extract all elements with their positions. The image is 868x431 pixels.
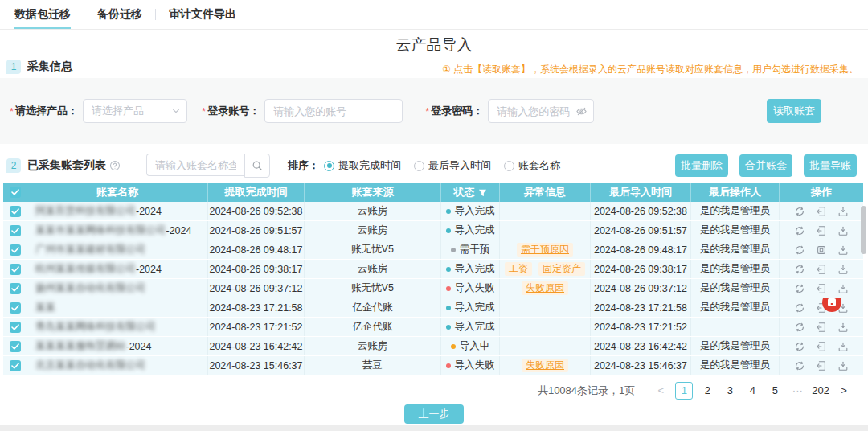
exception-tag[interactable]: 固定资产 xyxy=(538,262,585,276)
sync-icon[interactable] xyxy=(794,360,805,371)
search-input[interactable] xyxy=(146,154,244,176)
page-number-1[interactable]: 1 xyxy=(675,382,693,400)
next-page-arrow[interactable]: > xyxy=(836,382,852,400)
operation-cell xyxy=(780,221,863,240)
prev-page-arrow[interactable]: < xyxy=(653,382,669,400)
reimport-icon[interactable] xyxy=(816,206,827,217)
reimport-icon[interactable] xyxy=(816,264,827,275)
tab-3[interactable]: 审计文件导出 xyxy=(169,0,236,29)
account-name-redacted: 扬州某某自动化有限公司 xyxy=(35,281,146,295)
checkbox-cell xyxy=(3,279,27,298)
sort-option-label: 最后导入时间 xyxy=(428,158,491,173)
operation-cell xyxy=(780,279,863,298)
vertical-scrollbar[interactable] xyxy=(861,206,866,254)
download-icon[interactable] xyxy=(837,360,849,371)
extract-time-cell: 2024-08-26 09:51:57 xyxy=(208,221,305,240)
page-number-5[interactable]: 5 xyxy=(767,382,783,400)
sync-icon[interactable] xyxy=(794,302,805,314)
account-name-redacted: 广州市某某建材有限公司 xyxy=(35,243,146,257)
filter-icon[interactable] xyxy=(478,188,487,197)
operator-cell: 是的我是管理员 xyxy=(691,240,780,259)
detail-icon[interactable] xyxy=(816,244,827,256)
extract-time-cell: 2024-08-26 09:52:38 xyxy=(208,202,305,220)
batch-delete-button[interactable]: 批量删除 xyxy=(675,154,728,177)
page-number-3[interactable]: 3 xyxy=(722,382,738,400)
page-number-4[interactable]: 4 xyxy=(744,382,760,400)
tab-2[interactable]: 备份迁移 xyxy=(97,0,142,29)
exception-tag[interactable]: 失败原因 xyxy=(522,359,568,372)
row-checkbox[interactable] xyxy=(10,341,21,352)
account-input[interactable] xyxy=(264,99,403,123)
previous-step-button[interactable]: 上一步 xyxy=(404,404,464,424)
sync-icon[interactable] xyxy=(794,283,805,294)
batch-import-button[interactable]: 批量导账 xyxy=(804,154,857,177)
read-accounts-button[interactable]: 读取账套 xyxy=(767,99,821,123)
checkbox-cell xyxy=(3,260,27,278)
pagination: 共10084条记录，1页 <12345···202> xyxy=(0,380,868,401)
reimport-icon[interactable] xyxy=(816,322,827,333)
collect-hint-text: ① 点击【读取账套】，系统会根据录入的云产品账号读取对应账套信息，用户勾选进行数… xyxy=(442,63,858,76)
product-select[interactable]: 请选择产品 xyxy=(83,99,187,123)
help-icon[interactable] xyxy=(109,160,121,171)
reimport-icon[interactable] xyxy=(816,283,827,294)
checkbox-cell xyxy=(3,240,27,259)
account-name-cell: 北京某某自动化有限公司 xyxy=(27,356,208,375)
row-checkbox[interactable] xyxy=(10,283,21,294)
download-icon[interactable] xyxy=(837,322,849,333)
status-cell: 导入完成 xyxy=(441,260,500,278)
checkbox-cell xyxy=(3,318,27,336)
status-dot xyxy=(446,306,451,310)
account-name-cell: 广州市某某建材有限公司 xyxy=(27,240,208,259)
download-icon[interactable] xyxy=(837,264,849,275)
search-button[interactable] xyxy=(244,154,270,178)
account-name-suffix: -2024 xyxy=(136,206,162,217)
reimport-icon[interactable] xyxy=(816,360,827,371)
sort-option-1[interactable]: 提取完成时间 xyxy=(324,158,401,173)
sync-icon[interactable] xyxy=(794,206,805,217)
extract-time-cell: 2024-08-23 17:21:58 xyxy=(208,298,305,317)
exception-tag[interactable]: 工资 xyxy=(505,262,532,276)
download-icon[interactable] xyxy=(837,225,849,236)
page-number-202[interactable]: 202 xyxy=(812,382,829,400)
sync-icon[interactable] xyxy=(794,244,805,256)
download-icon[interactable] xyxy=(837,341,849,352)
row-checkbox[interactable] xyxy=(10,302,21,314)
sync-icon[interactable] xyxy=(794,322,805,333)
reimport-icon[interactable] xyxy=(816,225,827,236)
row-checkbox[interactable] xyxy=(10,244,21,256)
operator-cell: 是的我是管理员 xyxy=(691,221,780,240)
row-checkbox[interactable] xyxy=(10,322,21,333)
exception-tag[interactable]: 失败原因 xyxy=(522,281,568,295)
download-icon[interactable] xyxy=(837,206,849,217)
sync-icon[interactable] xyxy=(794,264,805,275)
operator-cell: 是的我是管理员 xyxy=(691,260,780,278)
account-name-cell: 某某市某某网络科技有限公司-2024 xyxy=(27,221,208,240)
account-name-redacted: 某某 xyxy=(35,301,55,314)
sync-icon[interactable] xyxy=(794,341,805,352)
footer-actions: 上一步 xyxy=(0,404,868,424)
status-label: 导入完成 xyxy=(455,301,495,314)
extract-time-cell: 2024-08-26 09:38:17 xyxy=(208,260,305,278)
row-checkbox[interactable] xyxy=(10,264,21,275)
row-checkbox[interactable] xyxy=(10,360,21,371)
account-name-cell: 某某某某服饰贸易站-2024 xyxy=(27,337,208,355)
download-icon[interactable] xyxy=(837,283,849,294)
column-header-label: 最后导入时间 xyxy=(609,185,672,199)
row-checkbox[interactable] xyxy=(10,225,21,236)
merge-accounts-button[interactable]: 合并账套 xyxy=(739,154,792,177)
exception-tag[interactable]: 需干预原因 xyxy=(517,243,573,257)
eye-off-icon[interactable] xyxy=(575,105,588,117)
download-icon[interactable] xyxy=(837,244,849,256)
page-number-2[interactable]: 2 xyxy=(699,382,715,400)
sort-option-2[interactable]: 最后导入时间 xyxy=(414,158,491,173)
status-label: 导入完成 xyxy=(455,320,495,334)
account-name-suffix: -2024 xyxy=(166,225,192,236)
sync-icon[interactable] xyxy=(794,225,805,236)
reimport-icon[interactable] xyxy=(816,341,827,352)
sort-option-3[interactable]: 账套名称 xyxy=(504,158,560,173)
column-header-label: 账套名称 xyxy=(96,185,138,199)
table-row: 青岛某某网络科技有限公司2024-08-23 17:21:52亿企代账导入完成2… xyxy=(3,318,863,337)
tab-1[interactable]: 数据包迁移 xyxy=(14,0,71,29)
select-all-checkbox[interactable] xyxy=(10,187,21,198)
row-checkbox[interactable] xyxy=(10,206,21,217)
